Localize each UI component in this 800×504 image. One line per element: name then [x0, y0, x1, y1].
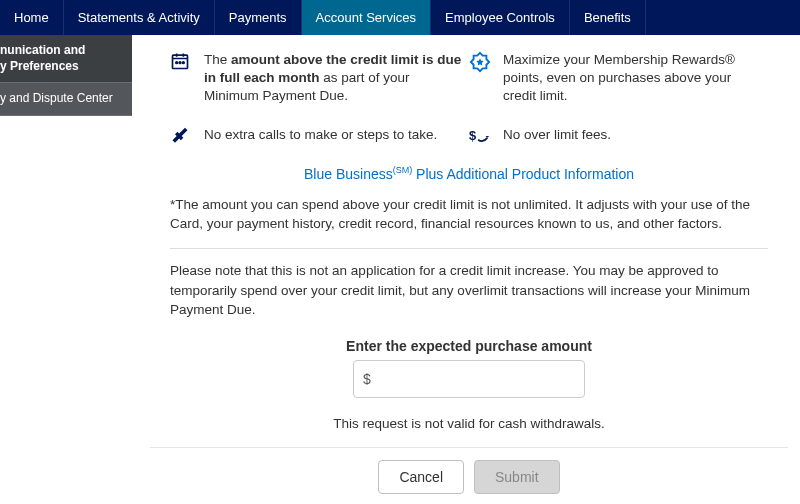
- benefit-no-calls: No extra calls to make or steps to take.: [170, 120, 469, 160]
- benefit-no-fees: $ No over limit fees.: [469, 120, 768, 160]
- main-content: The amount above the credit limit is due…: [150, 35, 788, 504]
- top-nav: Home Statements & Activity Payments Acco…: [0, 0, 800, 35]
- benefit-text: No over limit fees.: [503, 126, 762, 146]
- sidenav-item-communication-preferences[interactable]: nunication and y Preferences: [0, 35, 132, 83]
- note-text: Please note that this is not an applicat…: [170, 261, 768, 320]
- benefits-grid: The amount above the credit limit is due…: [170, 45, 768, 160]
- benefit-text: Maximize your Membership Rewards® points…: [503, 51, 762, 106]
- svg-text:$: $: [469, 127, 476, 142]
- svg-point-3: [183, 62, 185, 64]
- svg-marker-5: [476, 58, 483, 65]
- sidenav-item-label-line2: y Preferences: [0, 59, 79, 73]
- side-nav: nunication and y Preferences y and Dispu…: [0, 35, 132, 116]
- product-info-link-row: Blue Business(SM) Plus Additional Produc…: [170, 166, 768, 183]
- svg-marker-7: [486, 136, 490, 138]
- svg-point-1: [176, 62, 178, 64]
- amount-input[interactable]: [353, 360, 585, 398]
- benefit-text: The amount above the credit limit is due…: [204, 51, 463, 106]
- nav-tab-benefits[interactable]: Benefits: [570, 0, 646, 35]
- calendar-icon: [170, 51, 204, 106]
- nav-tab-payments[interactable]: Payments: [215, 0, 302, 35]
- cash-withdrawal-note: This request is not valid for cash withd…: [333, 416, 605, 431]
- nav-tab-account-services[interactable]: Account Services: [302, 0, 431, 35]
- no-fee-icon: $: [469, 126, 503, 146]
- disclaimer-text: *The amount you can spend above your cre…: [170, 196, 768, 234]
- footer-actions: Cancel Submit: [150, 447, 788, 504]
- cancel-button[interactable]: Cancel: [378, 460, 464, 494]
- sidenav-item-dispute-center[interactable]: y and Dispute Center: [0, 83, 132, 116]
- sidenav-item-label-line1: y and Dispute Center: [0, 91, 113, 105]
- badge-star-icon: [469, 51, 503, 106]
- nav-tab-statements[interactable]: Statements & Activity: [64, 0, 215, 35]
- amount-label: Enter the expected purchase amount: [346, 338, 592, 354]
- product-info-link[interactable]: Blue Business(SM) Plus Additional Produc…: [304, 166, 634, 182]
- benefit-minimum-payment: The amount above the credit limit is due…: [170, 45, 469, 120]
- tools-icon: [170, 126, 204, 146]
- submit-button[interactable]: Submit: [474, 460, 560, 494]
- purchase-amount-form: Enter the expected purchase amount $ Thi…: [170, 338, 768, 431]
- benefit-text: No extra calls to make or steps to take.: [204, 126, 463, 146]
- divider: [170, 248, 768, 249]
- benefit-rewards: Maximize your Membership Rewards® points…: [469, 45, 768, 120]
- sidenav-item-label-line1: nunication and: [0, 43, 85, 57]
- nav-tab-home[interactable]: Home: [0, 0, 64, 35]
- svg-point-2: [179, 62, 181, 64]
- nav-tab-employee-controls[interactable]: Employee Controls: [431, 0, 570, 35]
